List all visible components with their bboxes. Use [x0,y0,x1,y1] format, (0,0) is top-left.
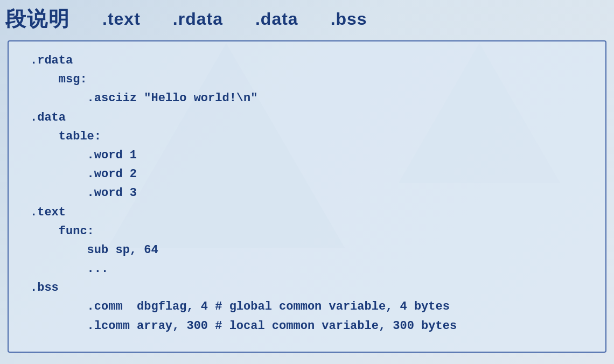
code-line-6: .word 1 [30,146,592,165]
code-line-5: table: [30,127,592,146]
code-line-1: .rdata [30,51,592,70]
code-line-12: ... [30,260,592,278]
code-line-7: .word 2 [30,165,592,184]
code-line-14: .comm dbgflag, 4 # global common variabl… [30,297,592,316]
tab-group: .text .rdata .data .bss [102,9,367,29]
code-line-13: .bss [30,278,592,297]
code-line-4: .data [30,108,592,127]
tab-data[interactable]: .data [255,9,298,29]
code-line-11: sub sp, 64 [30,241,592,260]
code-line-10: func: [30,222,592,241]
header: 段说明 .text .rdata .data .bss [0,0,614,38]
code-line-3: .asciiz "Hello world!\n" [30,89,592,108]
code-line-2: msg: [30,70,592,89]
tab-text[interactable]: .text [102,9,141,29]
tab-bss[interactable]: .bss [331,9,367,29]
code-content: .rdata msg: .asciiz "Hello world!\n" .da… [30,51,592,335]
code-line-9: .text [30,203,592,222]
code-line-15: .lcomm array, 300 # local common variabl… [30,317,592,335]
code-line-8: .word 3 [30,184,592,202]
tab-rdata[interactable]: .rdata [173,9,223,29]
page-title: 段说明 [5,5,70,33]
code-panel: .rdata msg: .asciiz "Hello world!\n" .da… [8,40,606,353]
